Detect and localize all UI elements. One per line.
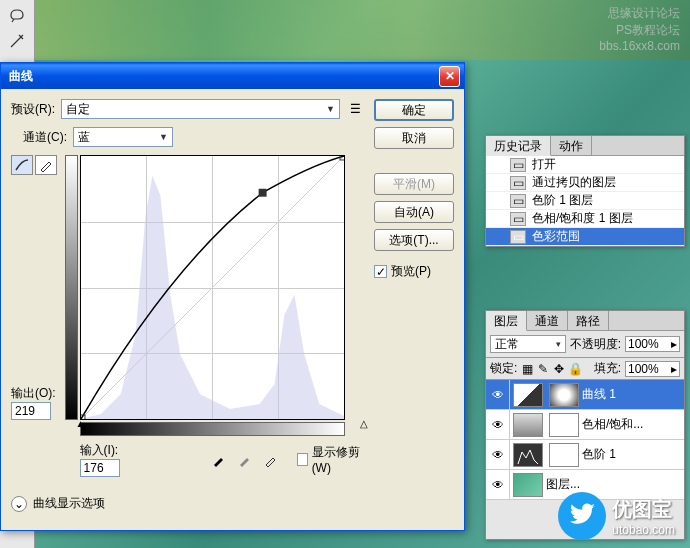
hue-adjustment-thumb [513, 413, 543, 437]
curve-line [81, 156, 344, 419]
cancel-button[interactable]: 取消 [374, 127, 454, 149]
bird-logo-icon [558, 492, 606, 540]
dialog-title: 曲线 [5, 68, 439, 85]
chevron-down-icon: ▼ [159, 132, 168, 142]
history-item[interactable]: ▭打开 [486, 156, 684, 174]
lock-label: 锁定: [490, 360, 517, 377]
fill-label: 填充: [594, 360, 621, 377]
tab-history[interactable]: 历史记录 [486, 136, 551, 156]
lock-transparent-icon[interactable]: ▦ [521, 363, 533, 375]
output-label: 输出(O): [11, 385, 63, 402]
curve-grid[interactable] [80, 155, 345, 420]
ok-button[interactable]: 确定 [374, 99, 454, 121]
black-eyedropper-icon[interactable] [209, 450, 229, 470]
tab-actions[interactable]: 动作 [551, 136, 592, 155]
chevron-icon: ▸ [671, 337, 677, 351]
tab-channels[interactable]: 通道 [527, 311, 568, 330]
layer-name: 图层... [546, 476, 580, 493]
curve-point-tool[interactable] [11, 155, 33, 175]
opacity-label: 不透明度: [570, 336, 621, 353]
channel-value: 蓝 [78, 129, 90, 146]
black-point-slider[interactable]: ▲ [76, 418, 86, 429]
visibility-eye-icon[interactable]: 👁 [486, 470, 510, 499]
layer-copy-icon: ▭ [510, 176, 526, 190]
layer-name: 色阶 1 [582, 446, 616, 463]
show-clipping-checkbox[interactable] [297, 453, 308, 466]
logo-name: 优图宝 [612, 496, 675, 523]
image-layer-thumb [513, 473, 543, 497]
history-panel: 历史记录 动作 ▭打开 ▭通过拷贝的图层 ▭色阶 1 图层 ▭色相/饱和度 1 … [485, 135, 685, 247]
channel-select[interactable]: 蓝 ▼ [73, 127, 173, 147]
history-item[interactable]: ▭通过拷贝的图层 [486, 174, 684, 192]
chevron-down-icon: ▼ [326, 104, 335, 114]
layer-row[interactable]: 👁 曲线 1 [486, 380, 684, 410]
blend-mode-select[interactable]: 正常▾ [490, 335, 566, 353]
curves-dialog: 曲线 ✕ 预设(R): 自定 ▼ ☰ 通道(C): 蓝 ▼ [0, 62, 465, 531]
curve-options-label: 曲线显示选项 [33, 495, 105, 512]
gray-eyedropper-icon[interactable] [235, 450, 255, 470]
preview-checkbox[interactable]: ✓ [374, 265, 387, 278]
smooth-button: 平滑(M) [374, 173, 454, 195]
white-point-slider[interactable]: △ [360, 418, 368, 429]
tab-paths[interactable]: 路径 [568, 311, 609, 330]
logo-url: utobao.com [612, 523, 675, 537]
lock-move-icon[interactable]: ✥ [553, 363, 565, 375]
close-button[interactable]: ✕ [439, 66, 460, 87]
history-item[interactable]: ▭色彩范围 [486, 228, 684, 246]
white-eyedropper-icon[interactable] [261, 450, 281, 470]
fill-input[interactable]: 100%▸ [625, 361, 680, 377]
options-button[interactable]: 选项(T)... [374, 229, 454, 251]
visibility-eye-icon[interactable]: 👁 [486, 380, 510, 409]
layer-row[interactable]: 👁 色相/饱和... [486, 410, 684, 440]
preset-label: 预设(R): [11, 101, 55, 118]
expand-options-chevron[interactable]: ⌄ [11, 496, 27, 512]
levels-icon: ▭ [510, 194, 526, 208]
output-gradient [65, 155, 78, 420]
watermark-line1: 思缘设计论坛 [599, 5, 680, 22]
watermark-top: 思缘设计论坛 PS教程论坛 bbs.16xx8.com [599, 5, 680, 53]
input-gradient [80, 422, 345, 436]
layer-mask-thumb [549, 383, 579, 407]
hue-sat-icon: ▭ [510, 212, 526, 226]
input-input[interactable]: 176 [80, 459, 120, 477]
output-input[interactable]: 219 [11, 402, 51, 420]
color-range-icon: ▭ [510, 230, 526, 244]
visibility-eye-icon[interactable]: 👁 [486, 410, 510, 439]
watermark-line2: PS教程论坛 [599, 22, 680, 39]
visibility-eye-icon[interactable]: 👁 [486, 440, 510, 469]
svg-rect-1 [258, 189, 266, 197]
levels-adjustment-thumb [513, 443, 543, 467]
lasso-tool-icon[interactable] [2, 2, 32, 27]
preset-value: 自定 [66, 101, 90, 118]
show-clipping-label: 显示修剪(W) [312, 444, 364, 475]
watermark-line3: bbs.16xx8.com [599, 39, 680, 53]
layer-name: 色相/饱和... [582, 416, 643, 433]
history-item[interactable]: ▭色相/饱和度 1 图层 [486, 210, 684, 228]
open-icon: ▭ [510, 158, 526, 172]
input-label: 输入(I): [80, 443, 119, 457]
lock-paint-icon[interactable]: ✎ [537, 363, 549, 375]
watermark-logo: 优图宝 utobao.com [558, 492, 675, 540]
curves-adjustment-thumb [513, 383, 543, 407]
opacity-input[interactable]: 100%▸ [625, 336, 680, 352]
layer-mask-thumb [549, 443, 579, 467]
dialog-titlebar[interactable]: 曲线 ✕ [1, 63, 464, 89]
lock-all-icon[interactable]: 🔒 [569, 363, 581, 375]
svg-line-0 [81, 156, 344, 419]
wand-tool-icon[interactable] [2, 29, 32, 54]
chevron-icon: ▸ [671, 362, 677, 376]
layer-row[interactable]: 👁 色阶 1 [486, 440, 684, 470]
layer-mask-thumb [549, 413, 579, 437]
curve-pencil-tool[interactable] [35, 155, 57, 175]
chevron-down-icon: ▾ [556, 339, 561, 349]
preset-select[interactable]: 自定 ▼ [61, 99, 340, 119]
channel-label: 通道(C): [23, 129, 67, 146]
history-item[interactable]: ▭色阶 1 图层 [486, 192, 684, 210]
preview-label: 预览(P) [391, 263, 431, 280]
preset-menu-icon[interactable]: ☰ [346, 102, 364, 116]
layer-name: 曲线 1 [582, 386, 616, 403]
auto-button[interactable]: 自动(A) [374, 201, 454, 223]
tab-layers[interactable]: 图层 [486, 311, 527, 331]
